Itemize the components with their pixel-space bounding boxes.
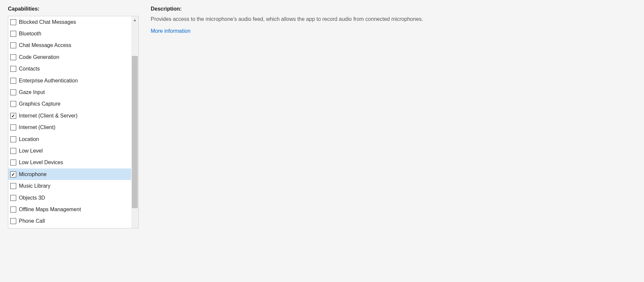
description-text: Provides access to the microphone's audi…	[151, 15, 442, 24]
scrollbar[interactable]: ▲	[131, 16, 138, 228]
capability-label: Music Library	[19, 183, 50, 189]
capability-label: Bluetooth	[19, 31, 41, 37]
capability-label: Location	[19, 136, 39, 142]
capability-label: Offline Maps Management	[19, 207, 81, 212]
capabilities-heading: Capabilities:	[8, 6, 139, 12]
capability-item[interactable]: Enterprise Authentication	[8, 75, 131, 86]
capability-checkbox[interactable]	[10, 136, 16, 142]
capability-item[interactable]: Blocked Chat Messages	[8, 16, 131, 28]
capability-label: Enterprise Authentication	[19, 78, 78, 84]
capability-checkbox[interactable]	[10, 89, 16, 95]
capability-label: Objects 3D	[19, 195, 45, 201]
capability-item[interactable]: Microphone	[8, 168, 131, 180]
capability-checkbox[interactable]	[10, 218, 16, 224]
capability-label: Chat Message Access	[19, 42, 71, 48]
capabilities-listbox[interactable]: Blocked Chat MessagesBluetoothChat Messa…	[8, 16, 139, 228]
scroll-up-button[interactable]: ▲	[131, 16, 138, 24]
capability-label: Low Level	[19, 148, 43, 154]
capability-checkbox[interactable]	[10, 195, 16, 201]
capability-item[interactable]: Offline Maps Management	[8, 204, 131, 215]
capability-checkbox[interactable]	[10, 113, 16, 119]
capability-item[interactable]: Music Library	[8, 180, 131, 192]
capability-checkbox[interactable]	[10, 54, 16, 60]
capability-checkbox[interactable]	[10, 160, 16, 165]
capability-label: Code Generation	[19, 54, 59, 60]
capability-label: Internet (Client)	[19, 124, 55, 130]
capability-checkbox[interactable]	[10, 183, 16, 189]
capability-item[interactable]: Location	[8, 133, 131, 145]
capability-checkbox[interactable]	[10, 78, 16, 84]
capability-label: Microphone	[19, 171, 47, 177]
capability-label: Internet (Client & Server)	[19, 113, 78, 119]
capability-label: Gaze Input	[19, 89, 45, 95]
capability-item[interactable]: Internet (Client & Server)	[8, 110, 131, 121]
capability-checkbox[interactable]	[10, 19, 16, 25]
scroll-thumb[interactable]	[132, 56, 138, 208]
capability-label: Phone Call	[19, 218, 45, 224]
capability-item[interactable]: Low Level Devices	[8, 157, 131, 168]
capability-item[interactable]: Contacts	[8, 63, 131, 75]
description-heading: Description:	[151, 6, 502, 12]
capability-checkbox[interactable]	[10, 101, 16, 107]
capability-item[interactable]: Internet (Client)	[8, 122, 131, 133]
more-information-link[interactable]: More information	[151, 28, 190, 34]
capability-checkbox[interactable]	[10, 42, 16, 48]
capability-item[interactable]: Phone Call	[8, 215, 131, 227]
capability-checkbox[interactable]	[10, 171, 16, 177]
capability-item[interactable]: Gaze Input	[8, 86, 131, 98]
capability-item[interactable]: Graphics Capture	[8, 98, 131, 110]
capability-item[interactable]: Objects 3D	[8, 192, 131, 204]
capability-checkbox[interactable]	[10, 66, 16, 72]
capability-label: Contacts	[19, 66, 40, 72]
capability-label: Low Level Devices	[19, 160, 63, 165]
capability-checkbox[interactable]	[10, 148, 16, 154]
capability-checkbox[interactable]	[10, 124, 16, 130]
capability-label: Blocked Chat Messages	[19, 19, 76, 25]
capability-item[interactable]: Bluetooth	[8, 28, 131, 39]
capability-item[interactable]: Low Level	[8, 145, 131, 157]
capability-checkbox[interactable]	[10, 31, 16, 37]
capability-item[interactable]: Code Generation	[8, 51, 131, 63]
capability-checkbox[interactable]	[10, 207, 16, 212]
capability-item[interactable]: Chat Message Access	[8, 40, 131, 51]
capability-label: Graphics Capture	[19, 101, 60, 107]
